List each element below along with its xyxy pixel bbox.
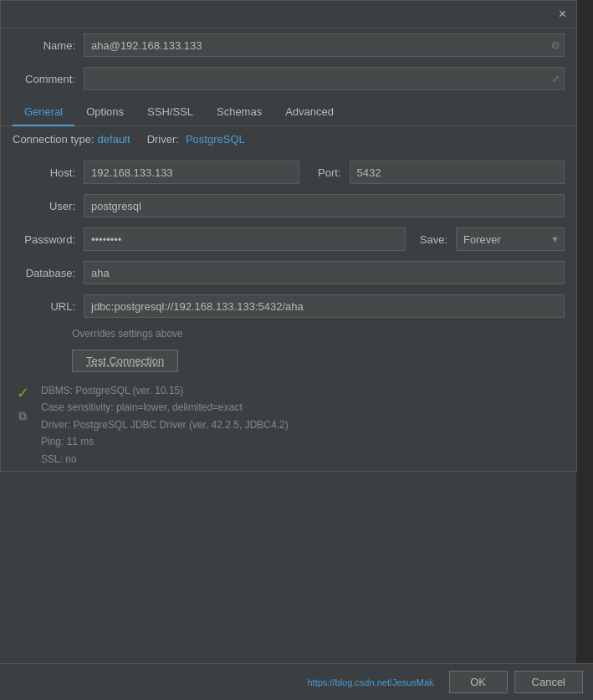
right-sidebar xyxy=(576,0,593,700)
database-input[interactable] xyxy=(84,261,565,284)
name-row: Name: ⊙ xyxy=(1,28,576,62)
tab-general[interactable]: General xyxy=(13,99,74,126)
driver-value[interactable]: PostgreSQL xyxy=(186,133,245,146)
database-label: Database: xyxy=(13,267,75,279)
port-label: Port: xyxy=(308,166,341,179)
save-select[interactable]: Forever Until restart Never xyxy=(456,227,565,251)
info-icons: ✓ ⧉ xyxy=(13,382,33,468)
database-row: Database: xyxy=(13,256,565,289)
password-row: Password: Save: Forever Until restart Ne… xyxy=(13,222,565,256)
tabs-bar: General Options SSH/SSL Schemas Advanced xyxy=(1,99,576,126)
ok-button[interactable]: OK xyxy=(449,671,508,693)
conn-type-row: Connection type: default Driver: Postgre… xyxy=(1,126,576,152)
host-label: Host: xyxy=(13,166,75,179)
test-conn-row: Test Connection xyxy=(1,343,576,379)
title-bar: × xyxy=(1,1,576,28)
user-input[interactable] xyxy=(84,194,565,217)
dialog: × Name: ⊙ Comment: ⤢ General Options SSH… xyxy=(0,0,577,472)
bottom-bar: https://blog.csdn.net/JesusMak OK Cancel xyxy=(0,663,593,700)
user-row: User: xyxy=(13,189,565,222)
tab-advanced[interactable]: Advanced xyxy=(273,99,345,126)
comment-input-wrapper: ⤢ xyxy=(84,67,565,90)
info-text-block: DBMS: PostgreSQL (ver. 10.15) Case sensi… xyxy=(41,382,289,468)
name-label: Name: xyxy=(13,39,75,52)
check-icon: ✓ xyxy=(17,384,29,402)
info-line-2: Case sensitivity: plain=lower, delimited… xyxy=(41,399,289,416)
overrides-hint: Overrides settings above xyxy=(1,326,576,343)
expand-icon: ⤢ xyxy=(552,74,560,84)
port-input[interactable] xyxy=(350,161,565,184)
close-button[interactable]: × xyxy=(555,6,570,23)
password-label: Password: xyxy=(13,233,75,246)
conn-type-prefix: Connection type: xyxy=(13,133,95,146)
url-label: URL: xyxy=(13,300,75,313)
info-section: ✓ ⧉ DBMS: PostgreSQL (ver. 10.15) Case s… xyxy=(1,379,576,471)
info-line-3: Driver: PostgreSQL JDBC Driver (ver. 42.… xyxy=(41,416,289,433)
comment-label: Comment: xyxy=(13,73,75,85)
tab-ssh-ssl[interactable]: SSH/SSL xyxy=(135,99,205,126)
comment-row: Comment: ⤢ xyxy=(1,62,576,95)
password-input[interactable] xyxy=(84,227,406,251)
comment-input[interactable] xyxy=(84,67,565,90)
clear-icon: ⊙ xyxy=(551,39,560,51)
host-port-row: Host: Port: xyxy=(13,156,565,189)
copy-icon[interactable]: ⧉ xyxy=(18,409,27,423)
url-row: URL: xyxy=(13,289,565,323)
url-input[interactable] xyxy=(84,294,565,318)
form-section: Host: Port: User: Password: Save: Foreve… xyxy=(1,152,576,326)
tab-schemas[interactable]: Schemas xyxy=(205,99,273,126)
info-line-5: SSL: no xyxy=(41,451,289,468)
conn-type-value[interactable]: default xyxy=(98,133,130,146)
test-connection-button[interactable]: Test Connection xyxy=(72,350,178,372)
info-line-1: DBMS: PostgreSQL (ver. 10.15) xyxy=(41,382,289,399)
info-line-4: Ping: 11 ms xyxy=(41,433,289,450)
name-input-wrapper: ⊙ xyxy=(84,33,565,57)
tab-options[interactable]: Options xyxy=(74,99,135,126)
name-input[interactable] xyxy=(84,33,565,57)
host-input[interactable] xyxy=(84,161,299,184)
driver-prefix: Driver: xyxy=(147,133,179,146)
save-label: Save: xyxy=(414,233,447,246)
user-label: User: xyxy=(13,200,75,212)
save-select-wrapper: Forever Until restart Never ▼ xyxy=(456,227,565,251)
cancel-button[interactable]: Cancel xyxy=(514,671,583,693)
bottom-url: https://blog.csdn.net/JesusMak xyxy=(10,677,442,687)
